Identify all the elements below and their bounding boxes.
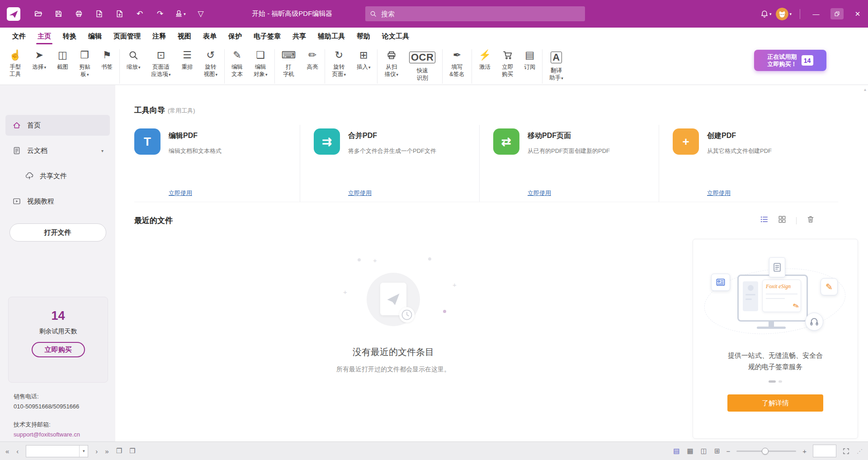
search-input[interactable] — [380, 9, 580, 18]
restore-button[interactable] — [826, 0, 847, 28]
next-page-button[interactable]: › — [95, 447, 98, 455]
search-box[interactable] — [365, 6, 585, 21]
menu-help[interactable]: 帮助 — [351, 28, 376, 45]
menu-page-manage[interactable]: 页面管理 — [108, 28, 146, 45]
book-view-button[interactable]: ⊞ — [714, 447, 720, 455]
list-view-button[interactable] — [760, 215, 768, 226]
menu-label: 编辑 — [88, 32, 102, 41]
create-pdf-button[interactable] — [111, 6, 128, 22]
zoom-percent-input[interactable] — [813, 445, 836, 457]
menu-convert[interactable]: 转换 — [57, 28, 82, 45]
sidebar-item-shared-files[interactable]: 共享文件 — [18, 166, 110, 186]
menu-esign[interactable]: 电子签章 — [248, 28, 287, 45]
page-dropdown-caret[interactable]: ▾ — [79, 446, 88, 457]
single-page-view-button[interactable]: ▤ — [673, 447, 679, 455]
ribbon-highlight[interactable]: ✏高亮 — [301, 48, 323, 71]
ribbon-page-fit[interactable]: ⊡页面适应选项▾ — [146, 48, 176, 78]
foxit-logo-icon[interactable] — [7, 7, 20, 21]
last-page-button[interactable]: » — [105, 447, 108, 455]
use-now-link-edit-pdf[interactable]: 立即使用 — [169, 189, 192, 197]
ribbon-bookmark[interactable]: ⚑书签 — [96, 48, 118, 71]
learn-more-button[interactable]: 了解详情 — [727, 394, 823, 412]
use-now-link-move-pdf-pages[interactable]: 立即使用 — [528, 189, 551, 197]
tool-card-create-pdf[interactable]: +创建PDF从其它格式文件创建PDF立即使用 — [659, 125, 838, 202]
trial-banner-button[interactable]: 正在试用期 立即购买！ 14 — [754, 50, 826, 71]
ribbon-activate[interactable]: ⚡激活 — [473, 48, 496, 71]
ribbon-edit-text[interactable]: ✎编辑文本 — [226, 48, 248, 78]
open-file-button[interactable]: 打开文件 — [9, 223, 106, 242]
ribbon-snapshot[interactable]: ◫截图 — [52, 48, 74, 71]
save-button[interactable] — [50, 6, 67, 22]
menu-paper-tools[interactable]: 论文工具 — [376, 28, 415, 45]
continuous-view-button[interactable]: ▦ — [687, 447, 693, 455]
carousel-dot-1[interactable] — [769, 380, 776, 383]
use-now-link-create-pdf[interactable]: 立即使用 — [707, 189, 731, 197]
ribbon-subscribe[interactable]: ▤订阅 — [519, 48, 541, 71]
ribbon-rotate-view[interactable]: ↺旋转视图▾ — [198, 48, 223, 78]
use-now-link-merge-pdf[interactable]: 立即使用 — [348, 189, 372, 197]
facing-view-button[interactable]: ◫ — [701, 447, 707, 455]
ribbon-clipboard[interactable]: ❐剪贴板▾ — [74, 48, 96, 78]
zoom-in-button[interactable]: + — [802, 447, 807, 455]
sidebar-item-home[interactable]: 首页 — [5, 115, 110, 136]
buy-now-button[interactable]: 立即购买 — [32, 342, 85, 357]
zoom-out-button[interactable]: − — [726, 447, 730, 455]
carousel-dots[interactable] — [693, 380, 858, 383]
menu-home[interactable]: 主页 — [32, 28, 57, 45]
sidebar-item-cloud-docs[interactable]: 云文档▾ — [5, 140, 110, 161]
menu-edit[interactable]: 编辑 — [82, 28, 108, 45]
export-pdf-button[interactable] — [90, 6, 108, 22]
first-page-button[interactable]: « — [5, 447, 9, 455]
grid-view-button[interactable] — [778, 215, 786, 226]
ribbon-hand-tool[interactable]: ☝手型工具 — [4, 48, 27, 78]
menu-form[interactable]: 表单 — [197, 28, 222, 45]
previous-view-button[interactable]: ❐ — [116, 447, 122, 455]
chevron-down-icon[interactable]: ▾ — [101, 148, 104, 153]
notifications-button[interactable]: ▾ — [760, 10, 772, 18]
resize-grip[interactable]: ⋰ — [857, 448, 863, 455]
titlebar: ↶↷▾▽ 开始 - 福昕高级PDF编辑器 ▾ ▾ — ✕ — [0, 0, 868, 28]
undo-button[interactable]: ↶ — [131, 6, 148, 22]
menu-comment[interactable]: 注释 — [146, 28, 172, 45]
minimize-button[interactable]: — — [806, 0, 826, 28]
redo-button[interactable]: ↷ — [151, 6, 169, 22]
next-view-button[interactable]: ❒ — [129, 447, 135, 455]
print-button[interactable] — [70, 6, 87, 22]
ribbon-label: 字机 — [283, 71, 294, 77]
scroll-up-arrow[interactable]: ▴ — [864, 87, 866, 92]
ribbon-insert[interactable]: ⊞插入▾ — [351, 48, 376, 71]
ribbon-typewriter[interactable]: ⌨打字机 — [276, 48, 302, 78]
prev-page-button[interactable]: ‹ — [16, 447, 19, 455]
ribbon-fill-sign[interactable]: ✒填写&签名 — [444, 48, 470, 78]
ribbon-from-scanner[interactable]: 从扫描仪▾ — [379, 48, 404, 78]
account-menu[interactable]: ▾ — [776, 8, 792, 20]
ribbon-select[interactable]: ➤选择▾ — [27, 48, 52, 71]
menu-file[interactable]: 文件 — [6, 28, 32, 45]
ribbon-rotate-pages[interactable]: ↻旋转页面▾ — [326, 48, 351, 78]
ribbon-reflow[interactable]: ☰重排 — [176, 48, 198, 71]
sidebar-item-video-tutorials[interactable]: 视频教程 — [5, 191, 110, 212]
menu-protect[interactable]: 保护 — [222, 28, 248, 45]
stamp-button[interactable]: ▾ — [172, 6, 189, 22]
tool-card-move-pdf-pages[interactable]: ⇄移动PDF页面从已有的PDF页面创建新的PDF立即使用 — [479, 125, 659, 202]
carousel-dot-2[interactable] — [778, 380, 782, 383]
zoom-slider[interactable] — [736, 448, 796, 454]
open-file-button[interactable] — [29, 6, 47, 22]
clear-recent-button[interactable] — [807, 215, 815, 226]
menu-share[interactable]: 共享 — [287, 28, 312, 45]
filter-button[interactable]: ▽ — [192, 6, 209, 22]
menu-accessibility[interactable]: 辅助工具 — [312, 28, 351, 45]
fit-screen-button[interactable] — [843, 448, 849, 455]
tool-card-edit-pdf[interactable]: T编辑PDF编辑文档和文本格式立即使用 — [134, 125, 300, 202]
ribbon-edit-object[interactable]: ❏编辑对象▾ — [248, 48, 273, 78]
zoom-slider-handle[interactable] — [762, 448, 769, 455]
close-button[interactable]: ✕ — [847, 0, 868, 28]
menu-view[interactable]: 视图 — [172, 28, 197, 45]
ribbon-quick-ocr[interactable]: OCR快速识别 — [404, 48, 441, 81]
tool-card-merge-pdf[interactable]: ⇉合并PDF将多个文件合并生成一个PDF文件立即使用 — [300, 125, 479, 202]
ribbon-zoom[interactable]: 缩放▾ — [121, 48, 146, 71]
ribbon-buy-now[interactable]: 立即购买 — [496, 48, 519, 78]
page-number-input[interactable] — [26, 448, 79, 455]
ribbon-translate[interactable]: A翻译助手▾ — [544, 48, 569, 82]
support-email-link[interactable]: support@foxitsoftware.cn — [14, 431, 80, 438]
